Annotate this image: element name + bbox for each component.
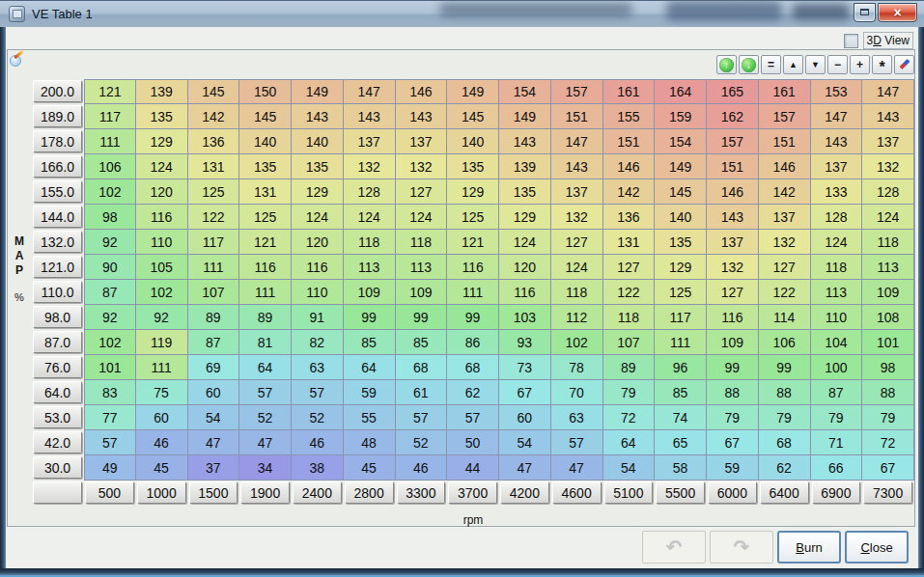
ve-cell[interactable]: 118: [396, 230, 448, 255]
ve-cell[interactable]: 49: [84, 455, 136, 481]
ve-cell[interactable]: 107: [603, 330, 656, 355]
ve-cell[interactable]: 83: [84, 380, 136, 405]
ve-cell[interactable]: 34: [239, 455, 292, 481]
ve-cell[interactable]: 136: [603, 205, 656, 230]
ve-cell[interactable]: 113: [396, 255, 448, 280]
ve-cell[interactable]: 60: [188, 380, 240, 405]
ve-cell[interactable]: 57: [447, 405, 499, 430]
redo-button[interactable]: ↷: [710, 531, 773, 563]
ve-cell[interactable]: 147: [862, 79, 914, 104]
ve-cell[interactable]: 135: [447, 154, 499, 179]
rpm-axis-cell[interactable]: 7300: [862, 481, 914, 506]
ve-cell[interactable]: 52: [239, 405, 292, 430]
ve-cell[interactable]: 124: [344, 205, 396, 230]
ve-cell[interactable]: 151: [551, 104, 603, 129]
ve-cell[interactable]: 124: [292, 205, 344, 230]
close-window-button[interactable]: ×: [878, 3, 917, 22]
ve-cell[interactable]: 142: [603, 179, 656, 205]
ve-cell[interactable]: 157: [759, 104, 811, 129]
ve-cell[interactable]: 111: [84, 129, 136, 154]
ve-cell[interactable]: 149: [292, 79, 344, 104]
ve-cell[interactable]: 57: [239, 380, 292, 405]
ve-cell[interactable]: 79: [603, 380, 656, 405]
ve-cell[interactable]: 71: [811, 430, 863, 455]
ve-cell[interactable]: 87: [84, 280, 136, 305]
ve-cell[interactable]: 121: [447, 230, 499, 255]
ve-cell[interactable]: 46: [292, 430, 344, 455]
ve-cell[interactable]: 128: [811, 205, 863, 230]
ve-cell[interactable]: 38: [292, 455, 344, 481]
ve-cell[interactable]: 164: [655, 79, 707, 104]
ve-cell[interactable]: 67: [707, 430, 759, 455]
ve-cell[interactable]: 143: [707, 205, 759, 230]
rpm-axis-cell[interactable]: 1500: [188, 481, 240, 506]
ve-cell[interactable]: 119: [136, 330, 188, 355]
rpm-axis-cell[interactable]: 4200: [499, 481, 551, 506]
ve-cell[interactable]: 142: [759, 179, 811, 205]
ve-cell[interactable]: 60: [136, 405, 188, 430]
green-down-arrow-button[interactable]: ↓: [739, 55, 759, 74]
ve-cell[interactable]: 125: [655, 280, 707, 305]
ve-cell[interactable]: 139: [499, 154, 551, 179]
ve-cell[interactable]: 137: [862, 129, 914, 154]
ve-cell[interactable]: 143: [344, 104, 396, 129]
ve-cell[interactable]: 127: [707, 280, 759, 305]
ve-cell[interactable]: 151: [603, 129, 656, 154]
ve-cell[interactable]: 117: [84, 104, 136, 129]
ve-cell[interactable]: 154: [499, 79, 551, 104]
view-3d-control[interactable]: 3D View: [844, 31, 914, 50]
ve-cell[interactable]: 118: [344, 230, 396, 255]
ve-cell[interactable]: 90: [84, 255, 136, 280]
scale-multiply-button[interactable]: *: [872, 55, 892, 74]
ve-cell[interactable]: 118: [811, 255, 863, 280]
ve-cell[interactable]: 47: [239, 430, 292, 455]
ve-cell[interactable]: 66: [811, 455, 863, 481]
ve-cell[interactable]: 52: [396, 430, 448, 455]
ve-cell[interactable]: 143: [499, 129, 551, 154]
ve-cell[interactable]: 149: [499, 104, 551, 129]
ve-cell[interactable]: 143: [292, 104, 344, 129]
burn-button[interactable]: Burn: [777, 531, 841, 563]
ve-cell[interactable]: 124: [811, 230, 863, 255]
ve-cell[interactable]: 133: [811, 179, 863, 205]
ve-cell[interactable]: 161: [603, 79, 656, 104]
ve-cell[interactable]: 78: [551, 355, 603, 380]
map-axis-cell[interactable]: 53.0: [32, 405, 84, 430]
pencil-edit-button[interactable]: [894, 55, 914, 74]
ve-cell[interactable]: 62: [447, 380, 499, 405]
ve-cell[interactable]: 109: [862, 280, 914, 305]
ve-cell[interactable]: 153: [811, 79, 863, 104]
rpm-axis-cell[interactable]: 5100: [603, 481, 656, 506]
ve-cell[interactable]: 100: [811, 355, 863, 380]
ve-cell[interactable]: 57: [292, 380, 344, 405]
ve-cell[interactable]: 147: [344, 79, 396, 104]
ve-cell[interactable]: 116: [136, 205, 188, 230]
ve-cell[interactable]: 57: [396, 405, 448, 430]
ve-cell[interactable]: 137: [707, 230, 759, 255]
ve-cell[interactable]: 129: [292, 179, 344, 205]
ve-cell[interactable]: 149: [447, 79, 499, 104]
ve-cell[interactable]: 113: [811, 280, 863, 305]
map-axis-cell[interactable]: 76.0: [32, 355, 84, 380]
ve-cell[interactable]: 129: [499, 205, 551, 230]
ve-cell[interactable]: 127: [551, 230, 603, 255]
ve-cell[interactable]: 122: [188, 205, 240, 230]
ve-cell[interactable]: 87: [811, 380, 863, 405]
ve-cell[interactable]: 145: [188, 79, 240, 104]
ve-cell[interactable]: 109: [344, 280, 396, 305]
ve-cell[interactable]: 79: [811, 405, 863, 430]
add-button[interactable]: +: [850, 55, 870, 74]
map-axis-cell[interactable]: 42.0: [32, 430, 84, 455]
rpm-axis-cell[interactable]: 6400: [759, 481, 811, 506]
ve-cell[interactable]: 85: [655, 380, 707, 405]
rpm-axis-cell[interactable]: 1000: [136, 481, 188, 506]
ve-cell[interactable]: 52: [292, 405, 344, 430]
ve-cell[interactable]: 149: [655, 154, 707, 179]
ve-cell[interactable]: 54: [499, 430, 551, 455]
ve-cell[interactable]: 86: [447, 330, 499, 355]
ve-cell[interactable]: 109: [707, 330, 759, 355]
ve-cell[interactable]: 114: [759, 305, 811, 330]
ve-cell[interactable]: 107: [188, 280, 240, 305]
ve-cell[interactable]: 81: [239, 330, 292, 355]
ve-cell[interactable]: 85: [396, 330, 448, 355]
